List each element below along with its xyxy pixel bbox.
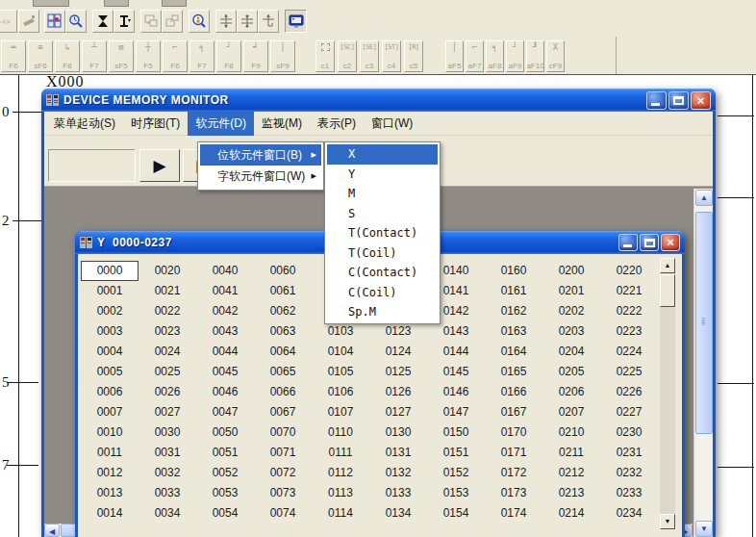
grid-cell[interactable]: 0134 xyxy=(369,503,427,524)
submenu-item-t-contact[interactable]: T(Contact) xyxy=(327,223,438,243)
find-device-icon[interactable] xyxy=(189,10,210,33)
window-jump-icon[interactable] xyxy=(140,10,162,33)
y-maximize-button[interactable] xyxy=(640,234,659,251)
grid-cell[interactable]: 0001 xyxy=(81,281,139,301)
menu-item-window[interactable]: 窗口(W) xyxy=(364,112,420,136)
ladder-f8-button[interactable]: ↳F8 xyxy=(55,40,80,72)
program-convert-icon[interactable] xyxy=(113,10,135,33)
grid-cell[interactable]: 0003 xyxy=(81,321,139,342)
grid-cell[interactable]: 0163 xyxy=(485,321,542,342)
grid-cell[interactable]: 0041 xyxy=(196,281,254,301)
grid-cell[interactable]: 0173 xyxy=(485,483,542,503)
grid-cell[interactable]: 0045 xyxy=(196,362,254,382)
grid-cell[interactable]: 0006 xyxy=(81,382,139,402)
ladder-af5-button[interactable]: │aF5 xyxy=(445,40,464,72)
grid-cell[interactable]: 0072 xyxy=(254,463,312,483)
ladder-af8-button[interactable]: ╕aF8 xyxy=(486,40,504,72)
grid-cell[interactable]: 0061 xyxy=(254,281,312,301)
scroll-up-button[interactable]: ▲ xyxy=(695,190,713,206)
grid-cell[interactable]: 0014 xyxy=(81,503,139,524)
grid-cell[interactable]: 0040 xyxy=(196,261,254,281)
menu-item-display[interactable]: 表示(P) xyxy=(310,112,364,136)
grid-cell[interactable]: 0031 xyxy=(139,443,196,463)
grid-cell[interactable]: 0060 xyxy=(254,261,312,281)
grid-cell[interactable]: 0044 xyxy=(196,342,254,362)
grid-cell[interactable]: 0065 xyxy=(254,362,312,382)
zoom-monitor-icon[interactable] xyxy=(65,10,87,33)
grid-scroll-down-button[interactable]: ▼ xyxy=(660,514,675,529)
menu-item-bit-device-window[interactable]: 位软元件窗口(B)▶ xyxy=(200,144,321,166)
ladder-f5-button[interactable]: ┼F5 xyxy=(136,40,161,72)
grid-cell[interactable]: 0012 xyxy=(81,463,139,483)
grid-cell[interactable]: 0234 xyxy=(600,503,658,524)
grid-cell[interactable]: 0024 xyxy=(139,342,196,362)
ladder-af9-button[interactable]: ┘aF9 xyxy=(506,40,524,72)
grid-cell[interactable]: 0125 xyxy=(369,362,427,382)
ladder-af10-button[interactable]: ┚aF10 xyxy=(526,40,544,72)
submenu-item-y[interactable]: Y xyxy=(327,165,438,185)
grid-cell[interactable]: 0113 xyxy=(312,483,369,503)
grid-cell[interactable]: 0202 xyxy=(542,301,600,321)
ladder-convert-icon[interactable] xyxy=(92,10,113,33)
grid-cell[interactable]: 0166 xyxy=(485,382,542,402)
ladder-c3-button[interactable]: [SE]c3 xyxy=(360,40,379,72)
grid-cell[interactable]: 0062 xyxy=(254,301,312,321)
grid-cell[interactable]: 0231 xyxy=(600,443,658,463)
grid-cell[interactable]: 0066 xyxy=(254,382,312,402)
grid-vertical-scrollbar[interactable]: ▲ ▼ xyxy=(660,258,675,529)
grid-cell[interactable]: 0164 xyxy=(485,342,542,362)
grid-cell[interactable]: 0225 xyxy=(600,362,658,382)
ladder-f8-2-button[interactable]: ┘F8 xyxy=(216,40,241,72)
submenu-item-m[interactable]: M xyxy=(327,184,438,204)
grid-cell[interactable]: 0174 xyxy=(485,503,542,524)
grid-cell[interactable]: 0007 xyxy=(81,402,139,422)
grid-cell[interactable]: 0143 xyxy=(427,321,485,342)
grid-cell[interactable]: 0050 xyxy=(196,422,254,443)
grid-cell[interactable]: 0161 xyxy=(485,281,542,301)
grid-cell[interactable]: 0103 xyxy=(312,321,369,342)
submenu-item-sp-m[interactable]: Sp.M xyxy=(327,302,438,322)
menu-item-device[interactable]: 软元件(D) xyxy=(188,112,254,136)
grid-cell[interactable]: 0025 xyxy=(139,362,196,382)
grid-cell[interactable]: 0144 xyxy=(427,342,485,362)
menu-item-monitor[interactable]: 监视(M) xyxy=(254,112,310,136)
grid-cell[interactable]: 0223 xyxy=(600,321,658,342)
grid-cell[interactable]: 0004 xyxy=(81,342,139,362)
grid-cell[interactable]: 0110 xyxy=(312,422,369,443)
insert-row-icon[interactable] xyxy=(215,10,237,33)
grid-cell[interactable]: 0153 xyxy=(427,483,485,503)
grid-cell[interactable]: 0051 xyxy=(196,443,254,463)
submenu-item-t-coil[interactable]: T(Coil) xyxy=(327,243,438,264)
grid-cell[interactable]: 0111 xyxy=(312,443,369,463)
grid-cell[interactable]: 0162 xyxy=(485,301,542,321)
grid-cell[interactable]: 0010 xyxy=(81,422,139,443)
ladder-c2-button[interactable]: [SC]c2 xyxy=(338,40,357,72)
ladder-f6-button[interactable]: ═F6 xyxy=(1,40,26,72)
ladder-af7-button[interactable]: ⌐aF7 xyxy=(466,40,484,72)
ladder-c4-button[interactable]: [ST]c4 xyxy=(382,40,401,72)
grid-cell[interactable]: 0146 xyxy=(427,382,485,402)
grid-cell[interactable]: 0054 xyxy=(196,503,254,524)
ladder-sf6-button[interactable]: ≡sF6 xyxy=(28,40,53,72)
ladder-sf9-button[interactable]: │sF9 xyxy=(270,40,295,72)
grid-cell[interactable]: 0220 xyxy=(600,261,658,281)
dmm-minimize-button[interactable] xyxy=(646,91,667,110)
grid-cell[interactable]: 0064 xyxy=(254,342,312,362)
grid-cell[interactable]: 0204 xyxy=(542,342,600,362)
ladder-cf9-button[interactable]: XcF9 xyxy=(546,40,565,72)
grid-settings-icon[interactable] xyxy=(44,10,65,33)
grid-cell[interactable]: 0172 xyxy=(485,463,542,483)
grid-cell[interactable]: 0167 xyxy=(485,402,542,422)
grid-cell[interactable]: 0131 xyxy=(369,443,427,463)
grid-cell[interactable]: 0021 xyxy=(139,281,196,301)
dmm-vertical-scrollbar[interactable]: ▲ ≡≡≡ ▼ xyxy=(693,189,713,537)
grid-cell[interactable]: 0043 xyxy=(196,321,254,342)
grid-cell[interactable]: 0127 xyxy=(369,402,427,422)
grid-cell[interactable]: 0046 xyxy=(196,382,254,402)
grid-cell[interactable]: 0030 xyxy=(139,422,196,443)
grid-cell[interactable]: 0227 xyxy=(600,402,658,422)
submenu-item-c-contact[interactable]: C(Contact) xyxy=(327,263,438,283)
y-minimize-button[interactable] xyxy=(618,234,638,251)
grid-cell[interactable]: 0106 xyxy=(312,382,369,402)
grid-cell[interactable]: 0123 xyxy=(369,321,427,342)
